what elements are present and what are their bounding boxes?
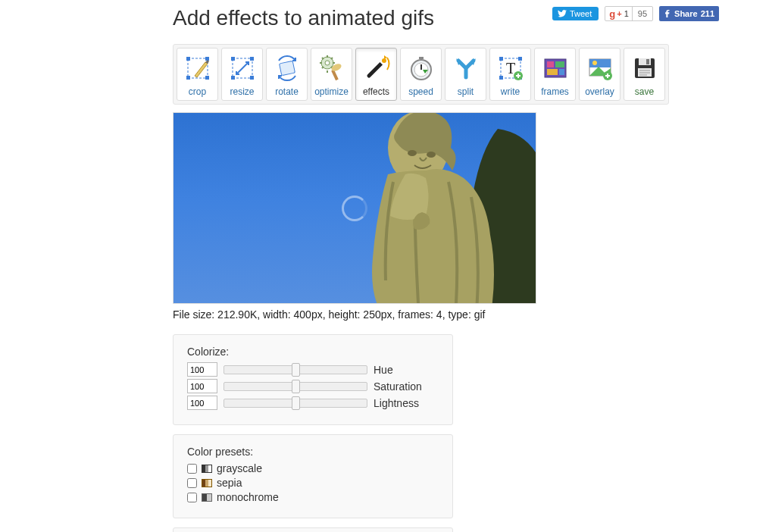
- crop-icon: [183, 53, 213, 83]
- transform-panel: Transformations: ↕ flip (vertical) ↔ fli…: [173, 527, 453, 532]
- tool-crop[interactable]: crop: [177, 48, 218, 101]
- facebook-icon: [664, 10, 671, 17]
- saturation-input[interactable]: [187, 379, 217, 393]
- tool-save-label: save: [635, 86, 654, 97]
- fb-share-label: Share: [674, 9, 698, 18]
- grayscale-label: grayscale: [217, 462, 262, 474]
- svg-rect-18: [419, 57, 424, 59]
- svg-point-41: [427, 152, 436, 158]
- gplus-count: 95: [633, 9, 652, 18]
- sepia-swatch-icon: [202, 479, 212, 487]
- grayscale-checkbox[interactable]: [187, 464, 197, 474]
- lightness-slider[interactable]: [224, 397, 367, 409]
- split-icon: [451, 53, 481, 83]
- overlay-icon: [585, 53, 615, 83]
- loading-spinner-icon: [342, 196, 367, 221]
- tool-frames-label: frames: [541, 86, 569, 97]
- tool-optimize[interactable]: optimize: [311, 48, 352, 101]
- svg-rect-28: [555, 61, 564, 67]
- svg-rect-13: [331, 70, 339, 80]
- monochrome-checkbox[interactable]: [187, 493, 197, 502]
- tool-rotate[interactable]: rotate: [266, 48, 308, 101]
- save-icon: [630, 53, 660, 83]
- tool-resize-label: resize: [230, 86, 254, 97]
- monochrome-label: monochrome: [217, 491, 279, 503]
- tool-effects[interactable]: effects: [355, 48, 397, 101]
- resize-icon: [227, 53, 258, 83]
- colorize-title: Colorize:: [187, 346, 439, 358]
- svg-rect-20: [499, 57, 503, 61]
- tool-write[interactable]: T write: [489, 48, 531, 101]
- svg-rect-7: [250, 57, 254, 61]
- tool-overlay[interactable]: overlay: [579, 48, 621, 101]
- lightness-input[interactable]: [187, 396, 217, 410]
- image-preview: [173, 112, 536, 304]
- speed-icon: [406, 53, 436, 83]
- tool-speed[interactable]: speed: [400, 48, 442, 101]
- hue-label: Hue: [374, 364, 393, 376]
- tool-rotate-label: rotate: [275, 86, 299, 97]
- svg-rect-8: [231, 76, 235, 80]
- tool-effects-label: effects: [363, 86, 389, 97]
- tool-write-label: write: [501, 86, 520, 97]
- tool-speed-label: speed: [408, 86, 433, 97]
- svg-rect-2: [205, 57, 209, 61]
- write-icon: T: [495, 53, 526, 83]
- monochrome-swatch-icon: [202, 493, 212, 502]
- svg-rect-30: [559, 69, 564, 75]
- svg-point-33: [592, 61, 597, 65]
- tool-frames[interactable]: frames: [534, 48, 576, 101]
- rotate-icon: [272, 53, 302, 83]
- saturation-slider[interactable]: [224, 380, 367, 393]
- tool-crop-label: crop: [189, 86, 206, 97]
- svg-rect-21: [518, 57, 522, 61]
- svg-rect-10: [279, 61, 295, 75]
- svg-text:T: T: [505, 60, 514, 77]
- colorize-panel: Colorize: Hue Saturation Lightness: [173, 334, 453, 425]
- svg-rect-1: [186, 57, 190, 61]
- tweet-label: Tweet: [570, 9, 592, 18]
- gplus-plus-icon: +: [617, 9, 624, 18]
- svg-point-12: [325, 61, 330, 65]
- toolbar: crop resize rotate optimize: [173, 44, 669, 105]
- tool-optimize-label: optimize: [314, 86, 349, 97]
- svg-rect-27: [547, 61, 554, 67]
- tool-save[interactable]: save: [624, 48, 665, 101]
- tool-split[interactable]: split: [445, 48, 486, 101]
- tool-overlay-label: overlay: [585, 86, 614, 97]
- frames-icon: [540, 53, 570, 83]
- svg-rect-6: [231, 57, 235, 61]
- google-plus-button[interactable]: g + 1 95: [605, 6, 653, 21]
- grayscale-swatch-icon: [202, 465, 212, 473]
- file-info: File size: 212.90K, width: 400px, height…: [173, 308, 749, 321]
- lightness-label: Lightness: [374, 397, 419, 409]
- twitter-icon: [558, 10, 567, 17]
- svg-rect-9: [250, 76, 254, 80]
- svg-rect-29: [547, 69, 558, 75]
- optimize-icon: [317, 53, 347, 83]
- svg-rect-22: [499, 76, 503, 80]
- gplus-one-icon: 1: [624, 7, 633, 20]
- saturation-label: Saturation: [374, 380, 422, 393]
- svg-rect-4: [205, 76, 209, 80]
- facebook-share-button[interactable]: Share 211: [659, 6, 719, 21]
- effects-icon: [361, 53, 392, 83]
- angel-statue-illustration: [301, 112, 536, 304]
- hue-input[interactable]: [187, 362, 217, 377]
- tool-split-label: split: [458, 86, 474, 97]
- tweet-button[interactable]: Tweet: [552, 7, 599, 20]
- svg-rect-3: [186, 76, 190, 80]
- hue-slider[interactable]: [224, 364, 367, 376]
- gplus-g-icon: g: [605, 8, 617, 20]
- fb-share-count: 211: [701, 9, 714, 18]
- presets-title: Color presets:: [187, 446, 439, 458]
- presets-panel: Color presets: grayscale sepia monochrom…: [173, 434, 453, 518]
- svg-point-40: [408, 150, 417, 156]
- sepia-label: sepia: [217, 477, 242, 489]
- tool-resize[interactable]: resize: [221, 48, 263, 101]
- sepia-checkbox[interactable]: [187, 478, 197, 488]
- svg-rect-37: [646, 59, 649, 64]
